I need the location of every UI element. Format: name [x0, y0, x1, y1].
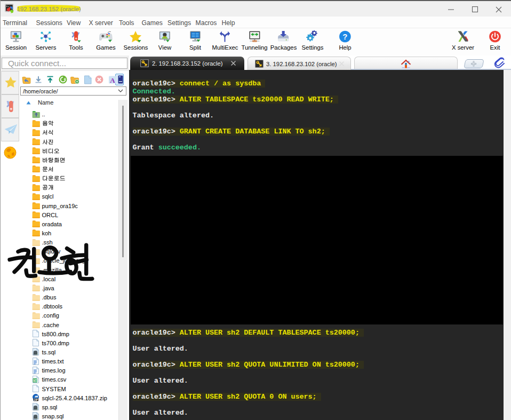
svg-text:A: A	[110, 76, 115, 84]
svg-text:?: ?	[342, 32, 347, 41]
